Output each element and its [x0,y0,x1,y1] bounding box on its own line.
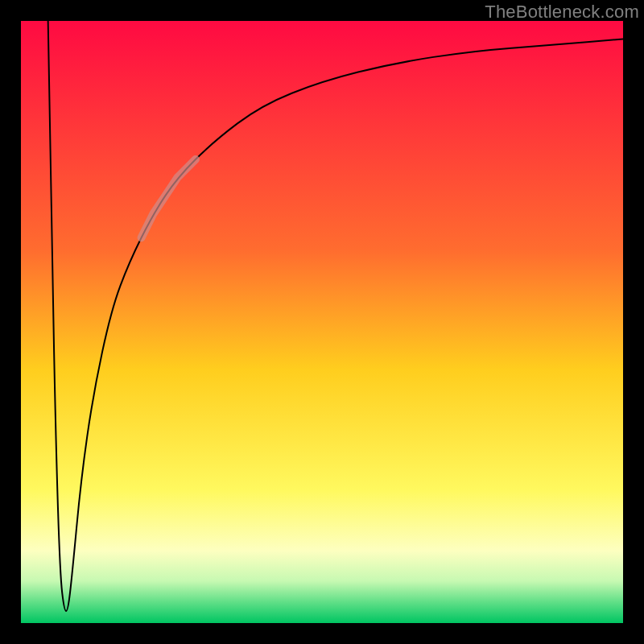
chart-stage: TheBottleneck.com [0,0,644,644]
chart-svg [0,0,644,644]
watermark-text: TheBottleneck.com [485,2,639,23]
plot-bg [21,21,623,623]
